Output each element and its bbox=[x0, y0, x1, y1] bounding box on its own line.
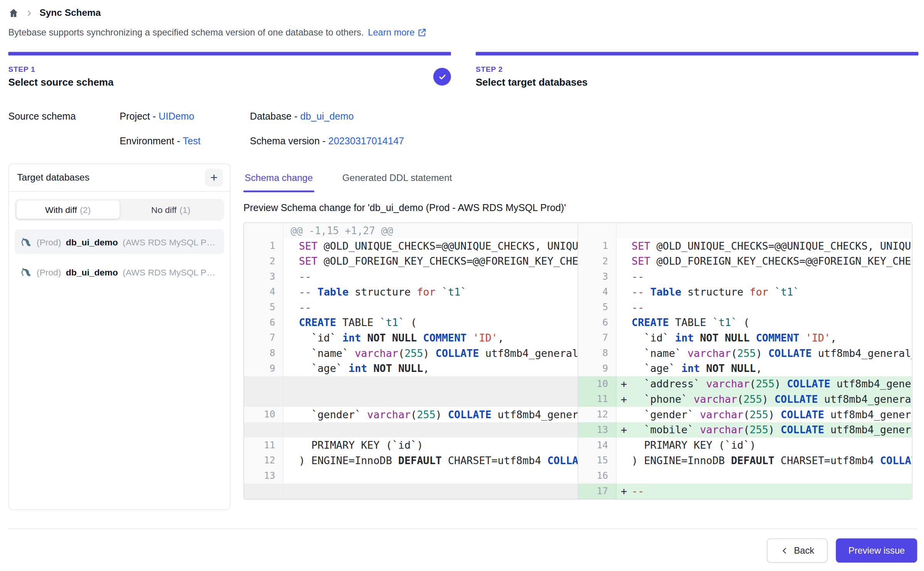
diff-gutter bbox=[244, 223, 283, 238]
source-schema-section: Source schema Project - UIDemo Database … bbox=[0, 88, 924, 147]
code-token: varchar bbox=[700, 424, 744, 436]
code-token: ) bbox=[768, 409, 781, 421]
step-2-label: STEP 2 bbox=[475, 66, 918, 74]
back-label: Back bbox=[794, 545, 814, 556]
diff-viewer[interactable]: @@ -1,15 +1,27 @@1 SET @OLD_UNIQUE_CHECK… bbox=[243, 222, 912, 499]
code-token: , bbox=[423, 363, 429, 375]
code-line: `name` varchar(255) COLLATE utf8mb4_gene… bbox=[283, 346, 577, 361]
diff-row: 3 -- bbox=[578, 269, 912, 284]
diff-marker bbox=[283, 361, 299, 376]
line-number: 12 bbox=[578, 407, 616, 422]
learn-more-link[interactable]: Learn more bbox=[368, 27, 427, 38]
db-name: db_ui_demo bbox=[66, 237, 118, 247]
back-button[interactable]: Back bbox=[767, 539, 828, 563]
line-number: 17 bbox=[578, 483, 616, 499]
tab-schema-change[interactable]: Schema change bbox=[243, 173, 314, 192]
code-token bbox=[435, 286, 442, 298]
stepper: STEP 1 Select source schema STEP 2 Selec… bbox=[0, 38, 924, 88]
schema-tabs: Schema change Generated DDL statement bbox=[243, 173, 912, 192]
code-line: SET @OLD_UNIQUE_CHECKS=@@UNIQUE_CHECKS, … bbox=[616, 238, 912, 254]
code-token: DEFAULT bbox=[731, 454, 774, 466]
diff-row: 7 `id` int NOT NULL COMMENT 'ID', bbox=[244, 330, 577, 346]
diff-marker bbox=[616, 468, 632, 484]
code-token: ) bbox=[435, 409, 448, 421]
code-token: 255 bbox=[405, 347, 423, 359]
code-token: COLLATE bbox=[547, 454, 577, 466]
code-line: + `mobile` varchar(255) COLLATE utf8mb4_… bbox=[616, 422, 912, 438]
tab-no-diff[interactable]: No diff (1) bbox=[120, 201, 223, 219]
code-token: -- bbox=[632, 286, 644, 298]
diff-marker: + bbox=[616, 422, 632, 438]
diff-pane-source: @@ -1,15 +1,27 @@1 SET @OLD_UNIQUE_CHECK… bbox=[244, 223, 578, 499]
code-line: SET @OLD_UNIQUE_CHECKS=@@UNIQUE_CHECKS, … bbox=[283, 238, 577, 254]
line-number: 7 bbox=[578, 330, 616, 346]
database-label: Database - bbox=[250, 111, 297, 122]
code-token: COLLATE bbox=[787, 378, 830, 390]
step-2-title: Select target databases bbox=[475, 77, 918, 89]
database-item-2[interactable]: (Prod) db_ui_demo (AWS RDS MySQL Prod) bbox=[15, 260, 224, 284]
code-token: NOT NULL bbox=[373, 363, 423, 375]
code-token: 255 bbox=[750, 424, 768, 436]
diff-gutter bbox=[578, 223, 616, 238]
code-token: @OLD_FOREIGN_KEY_CHECKS=@@FOREIGN_KEY_CH… bbox=[650, 255, 912, 267]
code-token: utf8mb4_general_ci, bbox=[830, 378, 912, 390]
code-token: utf8mb4_general_ci, bbox=[824, 424, 912, 436]
diff-row: 8 `name` varchar(255) COLLATE utf8mb4_ge… bbox=[578, 346, 912, 361]
code-token: , bbox=[830, 332, 836, 344]
diff-row: 3 -- bbox=[244, 269, 577, 284]
diff-row: 8 `name` varchar(255) COLLATE utf8mb4_ge… bbox=[244, 346, 577, 361]
code-token: NOT NULL bbox=[700, 332, 750, 344]
code-token: 255 bbox=[737, 347, 756, 359]
diff-row: 12 `gender` varchar(255) COLLATE utf8mb4… bbox=[578, 407, 912, 422]
diff-marker bbox=[283, 315, 299, 330]
code-line: -- bbox=[616, 299, 912, 315]
code-line bbox=[283, 392, 577, 407]
code-token: ) ENGINE=InnoDB bbox=[299, 454, 398, 466]
code-token: NOT NULL bbox=[367, 332, 417, 344]
schema-version-link[interactable]: 20230317014147 bbox=[328, 136, 404, 147]
mysql-icon bbox=[20, 266, 32, 277]
diff-marker bbox=[283, 238, 299, 254]
preview-issue-button[interactable]: Preview issue bbox=[836, 539, 917, 563]
diff-marker: + bbox=[616, 483, 632, 499]
environment-link[interactable]: Test bbox=[183, 136, 201, 147]
code-token: `t1` bbox=[712, 317, 737, 329]
no-diff-label: No diff bbox=[151, 204, 177, 215]
code-token: -- bbox=[299, 286, 311, 298]
code-token: varchar bbox=[688, 347, 731, 359]
line-number: 9 bbox=[244, 361, 283, 376]
diff-marker bbox=[283, 269, 299, 284]
code-token: SET bbox=[632, 255, 650, 267]
add-target-database-button[interactable]: + bbox=[205, 169, 223, 186]
learn-more-label: Learn more bbox=[368, 27, 415, 38]
project-link[interactable]: UIDemo bbox=[158, 111, 194, 122]
code-token: structure bbox=[681, 286, 750, 298]
tab-with-diff[interactable]: With diff (2) bbox=[17, 201, 120, 219]
code-token: varchar bbox=[367, 409, 411, 421]
diff-marker bbox=[283, 407, 299, 422]
code-token: CHARSET=utf8mb4 bbox=[442, 454, 547, 466]
database-item-1[interactable]: (Prod) db_ui_demo (AWS RDS MySQL Prod) bbox=[15, 230, 224, 254]
database-link[interactable]: db_ui_demo bbox=[300, 111, 354, 122]
code-token: ) bbox=[762, 394, 774, 405]
code-line bbox=[283, 376, 577, 392]
code-token: varchar bbox=[700, 409, 744, 421]
code-token: utf8mb4_general_ci bbox=[479, 347, 577, 359]
line-number: 12 bbox=[244, 453, 283, 468]
code-token bbox=[467, 332, 473, 344]
tab-generated-ddl[interactable]: Generated DDL statement bbox=[341, 173, 453, 192]
code-token: PRIMARY KEY (`id`) bbox=[299, 439, 423, 451]
code-token: `phone` bbox=[632, 394, 694, 405]
code-line: -- bbox=[616, 269, 912, 284]
diff-marker: + bbox=[616, 392, 632, 407]
code-token: ( bbox=[398, 347, 405, 359]
diff-marker bbox=[616, 407, 632, 422]
code-token: -- bbox=[632, 271, 644, 283]
code-token: CREATE bbox=[299, 317, 336, 329]
line-number: 2 bbox=[578, 253, 616, 269]
diff-row: 5 -- bbox=[244, 299, 577, 315]
home-icon[interactable] bbox=[8, 8, 19, 19]
diff-row: 6 CREATE TABLE `t1` ( bbox=[244, 315, 577, 330]
code-token bbox=[694, 332, 700, 344]
code-token: `gender` bbox=[632, 409, 700, 421]
